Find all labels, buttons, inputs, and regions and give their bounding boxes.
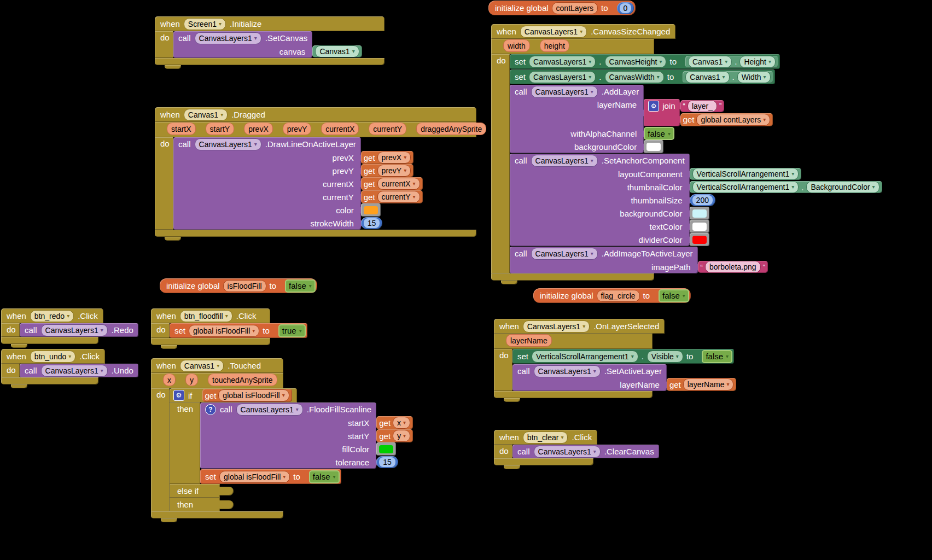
call-block[interactable]: callCanvasLayers1▾.Redo	[20, 323, 138, 337]
event-param[interactable]: prevY	[283, 122, 312, 135]
component-dropdown[interactable]: CanvasLayers1▾	[41, 365, 108, 377]
global-variable-name[interactable]: contLayers	[552, 2, 598, 14]
text-value[interactable]: borboleta.png	[705, 261, 761, 273]
event-btn_floodfill-click[interactable]: whenbtn_floodfill▾.Clickdosetglobal isFl…	[151, 308, 307, 349]
variable-dropdown[interactable]: layerName▾	[683, 378, 734, 390]
event-param[interactable]: prevX	[244, 122, 273, 135]
logic-block[interactable]: false▾	[309, 470, 340, 483]
event-param[interactable]: touchedAnySprite	[208, 374, 277, 386]
event-btn_clear-click[interactable]: whenbtn_clear▾.ClickdocallCanvasLayers1▾…	[494, 430, 659, 469]
variable-dropdown[interactable]: y▾	[393, 430, 410, 442]
blocks-workspace[interactable]: { "workspace": {"width": 1704, "height":…	[0, 0, 932, 560]
logic-block[interactable]: false▾	[644, 127, 674, 140]
component-dropdown[interactable]: CanvasLayers1▾	[41, 324, 108, 336]
variable-dropdown[interactable]: currentX▾	[377, 178, 420, 190]
set-variable-block[interactable]: setglobal isFloodFill▾tofalse▾	[200, 469, 341, 484]
color-block[interactable]	[690, 220, 709, 233]
number-block[interactable]: 200	[690, 194, 715, 206]
call-block[interactable]: ?callCanvasLayers1▾.FloodFillScanlinesta…	[200, 402, 376, 469]
get-variable-block[interactable]: getprevX▾	[361, 151, 413, 164]
number-block[interactable]: 0	[617, 2, 634, 14]
component-dropdown[interactable]: VerticalScrollArrangement1▾	[532, 351, 638, 363]
component-dropdown[interactable]: Canvas1▾	[180, 360, 224, 372]
get-variable-block[interactable]: getprevY▾	[361, 164, 413, 177]
if-block[interactable]: ⚙ifgetglobal isFloodFill▾then?callCanvas…	[170, 388, 376, 511]
event-canvaslayers1-onlayerselected[interactable]: whenCanvasLayers1▾.OnLayerSelectedlayerN…	[494, 319, 734, 402]
variable-dropdown[interactable]: currentY▾	[377, 191, 420, 203]
event-param[interactable]: startY	[206, 122, 235, 135]
component-dropdown[interactable]: CanvasLayers1▾	[534, 365, 601, 377]
call-block[interactable]: callCanvasLayers1▾.AddLayerlayerName⚙joi…	[510, 85, 644, 153]
color-block[interactable]	[376, 442, 396, 456]
event-param[interactable]: y	[185, 374, 198, 386]
component-dropdown[interactable]: CanvasLayers1▾	[520, 26, 587, 38]
property-getter-block[interactable]: Canvas1▾.Width▾	[683, 71, 773, 83]
logic-block[interactable]: true▾	[278, 324, 306, 337]
component-block[interactable]: VerticalScrollArrangement1▾	[690, 168, 802, 180]
mutator-gear-icon[interactable]: ⚙	[173, 390, 184, 401]
logic-block[interactable]: false▾	[702, 350, 732, 363]
component-dropdown[interactable]: Canvas1▾	[315, 45, 359, 57]
event-param[interactable]: currentY	[369, 122, 406, 135]
component-dropdown[interactable]: btn_undo▾	[30, 351, 75, 363]
event-canvaslayers1-canvassizechanged[interactable]: whenCanvasLayers1▾.CanvasSizeChangedwidt…	[491, 24, 780, 284]
variable-dropdown[interactable]: global contLayers▾	[696, 114, 770, 126]
event-param[interactable]: width	[503, 39, 530, 52]
component-dropdown[interactable]: btn_clear▾	[523, 431, 568, 444]
text-value[interactable]: layer_	[688, 100, 717, 112]
event-canvas1-touched[interactable]: whenCanvas1▾.TouchedxytouchedAnySpritedo…	[151, 358, 376, 522]
component-dropdown[interactable]: CanvasLayers1▾	[195, 138, 261, 150]
property-dropdown[interactable]: Height▾	[739, 56, 776, 68]
event-screen1-initialize[interactable]: whenScreen1▾.InitializedocallCanvasLayer…	[155, 16, 385, 69]
component-dropdown[interactable]: Screen1▾	[184, 18, 226, 30]
event-btn_redo-click[interactable]: whenbtn_redo▾.ClickdocallCanvasLayers1▾.…	[1, 308, 138, 348]
component-dropdown[interactable]: Canvas1▾	[688, 56, 732, 68]
property-dropdown[interactable]: Visible▾	[647, 351, 683, 363]
component-dropdown[interactable]: btn_floodfill▾	[180, 310, 232, 322]
component-dropdown[interactable]: btn_redo▾	[30, 310, 74, 322]
property-dropdown[interactable]: BackgroundColor▾	[806, 181, 879, 193]
set-variable-block[interactable]: setglobal isFloodFill▾totrue▾	[170, 323, 307, 338]
event-param[interactable]: x	[163, 374, 176, 386]
property-dropdown[interactable]: Width▾	[737, 71, 771, 83]
event-canvas1-dragged[interactable]: whenCanvas1▾.DraggedstartXstartYprevXpre…	[155, 107, 476, 241]
property-dropdown[interactable]: CanvasWidth▾	[605, 71, 664, 83]
initialize-global-block[interactable]: initialize globalisFloodFilltofalse▾	[160, 278, 317, 293]
text-string-block[interactable]: “layer_”	[680, 100, 725, 112]
event-param[interactable]: currentX	[321, 122, 359, 135]
call-block[interactable]: callCanvasLayers1▾.SetAnchorComponentlay…	[510, 154, 690, 246]
component-dropdown[interactable]: CanvasLayers1▾	[531, 248, 598, 260]
get-variable-block[interactable]: getglobal isFloodFill▾	[202, 389, 292, 402]
variable-dropdown[interactable]: x▾	[393, 417, 410, 429]
event-param[interactable]: height	[540, 39, 569, 52]
variable-dropdown[interactable]: global isFloodFill▾	[189, 325, 259, 337]
number-block[interactable]: 15	[361, 217, 383, 229]
component-dropdown[interactable]: Canvas1▾	[184, 109, 228, 121]
number-block[interactable]: 15	[376, 456, 398, 468]
color-block[interactable]	[644, 140, 663, 153]
component-dropdown[interactable]: VerticalScrollArrangement1▾	[692, 168, 799, 180]
call-block[interactable]: callCanvasLayers1▾.ClearCanvas	[512, 445, 659, 458]
set-property-block[interactable]: setCanvasLayers1▾.CanvasHeight▾toCanvas1…	[510, 54, 780, 69]
logic-block[interactable]: false▾	[285, 279, 316, 293]
color-block[interactable]	[361, 203, 381, 217]
get-variable-block[interactable]: getx▾	[376, 416, 413, 429]
component-dropdown[interactable]: CanvasLayers1▾	[529, 56, 596, 68]
component-dropdown[interactable]: CanvasLayers1▾	[529, 71, 596, 83]
mutator-gear-icon[interactable]: ⚙	[648, 101, 659, 112]
event-btn_undo-click[interactable]: whenbtn_undo▾.ClickdocallCanvasLayers1▾.…	[1, 349, 138, 388]
call-block[interactable]: callCanvasLayers1▾.DrawLineOnActiveLayer…	[173, 137, 361, 230]
get-variable-block[interactable]: getcurrentY▾	[361, 190, 423, 203]
call-block[interactable]: callCanvasLayers1▾.SetCanvascanvasCanvas…	[173, 31, 312, 58]
text-string-block[interactable]: “borboleta.png”	[698, 261, 768, 273]
component-dropdown[interactable]: CanvasLayers1▾	[534, 446, 601, 458]
call-block[interactable]: callCanvasLayers1▾.AddImageToActiveLayer…	[510, 247, 698, 273]
initialize-global-block[interactable]: initialize globalcontLayersto0	[488, 1, 636, 15]
global-variable-name[interactable]: isFloodFill	[223, 280, 266, 292]
variable-dropdown[interactable]: prevY▾	[377, 165, 411, 177]
variable-dropdown[interactable]: global isFloodFill▾	[218, 389, 289, 401]
call-block[interactable]: callCanvasLayers1▾.Undo	[20, 364, 138, 377]
property-getter-block[interactable]: VerticalScrollArrangement1▾.BackgroundCo…	[690, 181, 882, 193]
event-param[interactable]: draggedAnySprite	[416, 122, 486, 135]
set-property-block[interactable]: setVerticalScrollArrangement1▾.Visible▾t…	[512, 349, 734, 364]
